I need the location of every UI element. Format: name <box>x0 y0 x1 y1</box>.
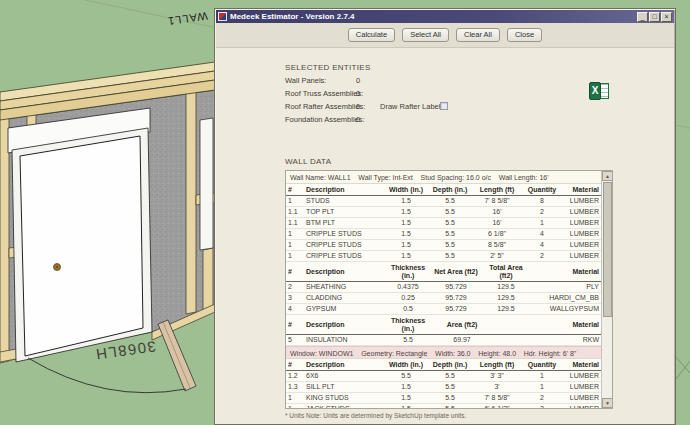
clear-all-button[interactable]: Clear All <box>456 28 500 42</box>
cell: SHEATHING <box>304 282 384 293</box>
cell: 1 <box>286 240 304 251</box>
cell: 1 <box>522 371 562 382</box>
door-panel[interactable] <box>20 136 143 356</box>
entity-value: 0 <box>356 76 360 85</box>
column-header: Material <box>532 262 601 282</box>
cell: KING STUDS <box>304 393 384 404</box>
cell: 6 1/8" <box>472 229 522 240</box>
column-header: Thickness (in.) <box>384 262 432 282</box>
cell: 129.5 <box>480 293 532 304</box>
cell: LUMBER <box>562 404 601 410</box>
cell: 1.5 <box>384 251 428 262</box>
scrollbar-thumb[interactable] <box>603 182 612 317</box>
cell: 1.5 <box>384 240 428 251</box>
cell: LUMBER <box>562 382 601 393</box>
column-header: Length (ft) <box>472 184 522 196</box>
table-row: 1.1TOP PLT1.55.516'2LUMBER <box>286 207 601 218</box>
cell: 0.5 <box>384 304 432 315</box>
close-window-button[interactable]: × <box>661 12 672 22</box>
cell: JACK STUDS <box>304 404 384 410</box>
header-row: #DescriptionWidth (in.)Depth (in.)Length… <box>286 184 601 196</box>
cell: 5.5 <box>428 404 472 410</box>
cell: 1.5 <box>384 196 428 207</box>
cell: 95.729 <box>432 293 480 304</box>
cell: 8 5/8" <box>472 240 522 251</box>
excel-export-icon[interactable]: X <box>589 82 609 100</box>
cell: 5 <box>286 335 304 346</box>
draw-rafter-labels-label: Draw Rafter Labels: <box>380 102 446 111</box>
excel-sheet-glyph <box>600 83 609 99</box>
wall-data-table-section: #DescriptionWidth (in.)Depth (in.)Length… <box>286 184 601 262</box>
column-header: Description <box>304 184 384 196</box>
minimize-button[interactable]: _ <box>637 12 648 22</box>
cell: CLADDING <box>304 293 384 304</box>
scrollbar-up-arrow-icon[interactable]: ▲ <box>602 171 613 181</box>
column-header: Description <box>304 359 384 371</box>
table-scrollbar[interactable]: ▲ ▼ <box>601 171 612 408</box>
cell: 2 <box>522 251 562 262</box>
dialog-titlebar[interactable]: Medeek Estimator - Version 2.7.4 _ □ × <box>216 10 674 23</box>
cell: 1.3 <box>286 382 304 393</box>
cell: 1 <box>522 218 562 229</box>
cell: 3 <box>286 293 304 304</box>
column-header: # <box>286 184 304 196</box>
select-all-button[interactable]: Select All <box>402 28 449 42</box>
cell: CRIPPLE STUDS <box>304 240 384 251</box>
cell: 4 <box>286 304 304 315</box>
header-row: #DescriptionWidth (in.)Depth (in.)Length… <box>286 359 601 371</box>
cell: 16' <box>472 207 522 218</box>
close-button[interactable]: Close <box>507 28 542 42</box>
cell: 95.729 <box>432 282 480 293</box>
cell: RKW <box>492 335 601 346</box>
cell: 6' 6 1/2" <box>472 404 522 410</box>
table-row: 1.26X65.55.53' 3"1LUMBER <box>286 371 601 382</box>
cell: 1.5 <box>384 218 428 229</box>
cell: LUMBER <box>562 393 601 404</box>
column-header: # <box>286 315 304 335</box>
cell: 5.5 <box>384 371 428 382</box>
cell: 2 <box>286 282 304 293</box>
cell: 5.5 <box>428 240 472 251</box>
cell: 1.5 <box>384 207 428 218</box>
column-header: Width (in.) <box>384 359 428 371</box>
cell: 1 <box>286 404 304 410</box>
entity-label: Roof Rafter Assemblies: <box>285 102 365 111</box>
cell: LUMBER <box>562 218 601 229</box>
door-knob-center <box>56 266 58 268</box>
header-row: #DescriptionThickness (in.)Area (ft2)Mat… <box>286 315 601 335</box>
wall-data-table-section: #DescriptionThickness (in.)Net Area (ft2… <box>286 262 601 315</box>
table-row: 1.3SILL PLT1.55.53'1LUMBER <box>286 382 601 393</box>
table-row: 1STUDS1.55.57' 8 5/8"8LUMBER <box>286 196 601 207</box>
table-row: 1CRIPPLE STUDS1.55.58 5/8"4LUMBER <box>286 240 601 251</box>
cell: 7' 8 5/8" <box>472 393 522 404</box>
entity-label: Wall Panels: <box>285 76 326 85</box>
table-row: 1CRIPPLE STUDS1.55.52' 5"2LUMBER <box>286 251 601 262</box>
cell: 3' 3" <box>472 371 522 382</box>
table-row: 1CRIPPLE STUDS1.55.56 1/8"4LUMBER <box>286 229 601 240</box>
calculate-button[interactable]: Calculate <box>348 28 395 42</box>
cell: STUDS <box>304 196 384 207</box>
maximize-button[interactable]: □ <box>649 12 660 22</box>
cell: 2 <box>522 393 562 404</box>
table-row: 3CLADDING0.2595.729129.5HARDI_CM_BB <box>286 293 601 304</box>
cell: LUMBER <box>562 196 601 207</box>
scrollbar-down-arrow-icon[interactable]: ▼ <box>602 398 613 408</box>
draw-rafter-labels-checkbox[interactable] <box>440 102 448 110</box>
dialog-title: Medeek Estimator - Version 2.7.4 <box>230 11 637 22</box>
column-header: Depth (in.) <box>428 359 472 371</box>
cell: LUMBER <box>562 251 601 262</box>
cell: 7' 8 5/8" <box>472 196 522 207</box>
cell: 8 <box>522 196 562 207</box>
table-row: 1JACK STUDS1.55.56' 6 1/2"2LUMBER <box>286 404 601 410</box>
cell: 1 <box>286 251 304 262</box>
cell: 5.5 <box>428 207 472 218</box>
cell: LUMBER <box>562 207 601 218</box>
column-header: Description <box>304 315 384 335</box>
cell: CRIPPLE STUDS <box>304 251 384 262</box>
cell: 5.5 <box>428 196 472 207</box>
units-footnote: * Units Note: Units are determined by Sk… <box>285 412 466 419</box>
cell: 5.5 <box>428 218 472 229</box>
column-header: Description <box>304 262 384 282</box>
cell: 1.2 <box>286 371 304 382</box>
dialog-toolbar: Calculate Select All Clear All Close <box>216 23 674 48</box>
